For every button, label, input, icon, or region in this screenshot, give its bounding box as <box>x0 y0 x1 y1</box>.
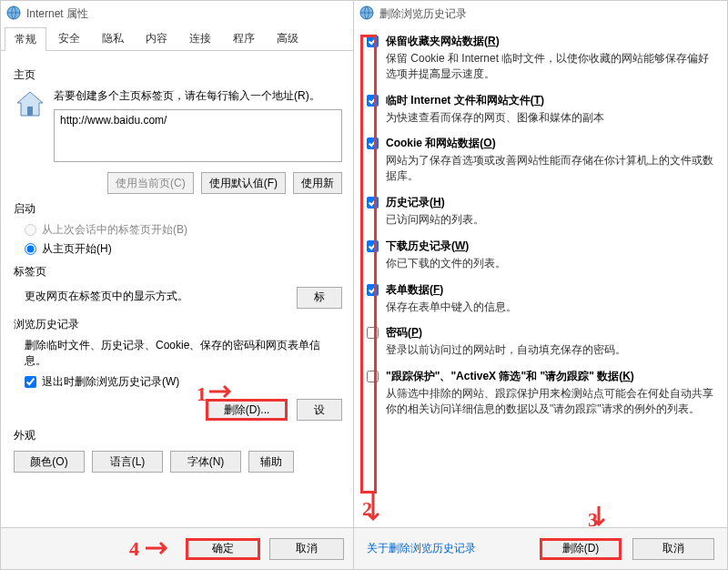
delete-option-7: "跟踪保护"、"ActiveX 筛选"和 "请勿跟踪" 数据(K)从筛选中排除的… <box>367 369 714 417</box>
delete-option-desc: 网站为了保存首选项或改善网站性能而存储在你计算机上的文件或数据库。 <box>386 153 714 184</box>
history-settings-button[interactable]: 设 <box>297 399 342 421</box>
delete-option-checkbox[interactable] <box>367 240 379 252</box>
font-button[interactable]: 字体(N) <box>170 451 241 473</box>
history-desc: 删除临时文件、历史记录、Cookie、保存的密码和网页表单信息。 <box>25 338 342 369</box>
tab-1[interactable]: 安全 <box>48 26 90 50</box>
accessibility-button[interactable]: 辅助 <box>248 451 294 473</box>
window-title: 删除浏览历史记录 <box>379 6 467 22</box>
delete-option-desc: 保留 Cookie 和 Internet 临时文件，以使你收藏的网站能够保存偏好… <box>386 51 714 82</box>
delete-option-checkbox[interactable] <box>367 284 379 296</box>
delete-option-title: 下载历史记录(W) <box>386 239 714 254</box>
cancel-button[interactable]: 取消 <box>632 538 714 560</box>
delete-option-3: 历史记录(H)已访问网站的列表。 <box>367 195 714 228</box>
tab-0[interactable]: 常规 <box>5 27 46 51</box>
homepage-label: 主页 <box>14 67 342 83</box>
internet-properties-window: Internet 属性 常规安全隐私内容连接程序高级 主页 若要创建多个主页标签… <box>0 0 355 570</box>
use-new-button[interactable]: 使用新 <box>293 172 342 194</box>
delete-option-checkbox[interactable] <box>367 137 379 149</box>
tabs-label: 标签页 <box>14 264 342 280</box>
ok-button[interactable]: 确定 <box>186 538 260 560</box>
history-label: 浏览历史记录 <box>14 317 342 332</box>
dialog-footer: 关于删除浏览历史记录 删除(D) 取消 <box>354 527 727 569</box>
delete-option-desc: 已访问网站的列表。 <box>386 212 714 228</box>
language-button[interactable]: 语言(L) <box>92 451 163 473</box>
dialog-footer: 确定 取消 <box>1 527 355 569</box>
titlebar: 删除浏览历史记录 <box>354 1 727 26</box>
delete-option-checkbox[interactable] <box>367 371 379 382</box>
startup-label: 启动 <box>14 201 342 217</box>
tab-3[interactable]: 内容 <box>136 26 177 50</box>
delete-option-title: 历史记录(H) <box>386 195 714 210</box>
homepage-hint: 若要创建多个主页标签页，请在每行输入一个地址(R)。 <box>54 88 342 104</box>
delete-option-desc: 你已下载的文件的列表。 <box>386 256 714 271</box>
homepage-url-input[interactable] <box>54 109 342 162</box>
delete-option-title: 密码(P) <box>386 325 714 341</box>
delete-option-checkbox[interactable] <box>367 36 379 47</box>
globe-icon <box>359 5 374 23</box>
svg-rect-2 <box>27 107 33 116</box>
delete-option-checkbox[interactable] <box>367 197 379 209</box>
delete-option-checkbox[interactable] <box>367 95 379 107</box>
appearance-label: 外观 <box>14 428 342 443</box>
delete-option-6: 密码(P)登录以前访问过的网站时，自动填充保存的密码。 <box>367 325 714 358</box>
use-default-button[interactable]: 使用默认值(F) <box>201 172 286 194</box>
delete-option-title: 临时 Internet 文件和网站文件(T) <box>386 93 714 108</box>
delete-option-checkbox[interactable] <box>367 327 379 339</box>
tabs-desc: 更改网页在标签页中的显示方式。 <box>25 289 289 304</box>
tab-strip: 常规安全隐私内容连接程序高级 <box>1 26 355 51</box>
titlebar: Internet 属性 <box>1 1 355 26</box>
color-button[interactable]: 颜色(O) <box>14 451 85 473</box>
delete-option-title: "跟踪保护"、"ActiveX 筛选"和 "请勿跟踪" 数据(K) <box>386 369 714 384</box>
about-delete-link[interactable]: 关于删除浏览历史记录 <box>367 541 476 556</box>
delete-option-desc: 为快速查看而保存的网页、图像和媒体的副本 <box>386 110 714 126</box>
delete-option-2: Cookie 和网站数据(O)网站为了保存首选项或改善网站性能而存储在你计算机上… <box>367 136 714 184</box>
cancel-button[interactable]: 取消 <box>269 538 344 560</box>
delete-option-title: 保留收藏夹网站数据(R) <box>386 34 714 49</box>
tab-4[interactable]: 连接 <box>179 26 221 50</box>
tabs-button[interactable]: 标 <box>297 287 342 309</box>
delete-option-title: Cookie 和网站数据(O) <box>386 136 714 151</box>
delete-on-exit-checkbox[interactable]: 退出时删除浏览历史记录(W) <box>25 374 342 390</box>
delete-options-list: 保留收藏夹网站数据(R)保留 Cookie 和 Internet 临时文件，以使… <box>354 26 727 417</box>
window-title: Internet 属性 <box>26 6 88 22</box>
delete-button[interactable]: 删除(D) <box>540 538 622 560</box>
use-current-button[interactable]: 使用当前页(C) <box>107 172 194 194</box>
delete-option-5: 表单数据(F)保存在表单中键入的信息。 <box>367 282 714 315</box>
delete-option-4: 下载历史记录(W)你已下载的文件的列表。 <box>367 239 714 271</box>
delete-option-title: 表单数据(F) <box>386 282 714 298</box>
startup-homepage-radio[interactable]: 从主页开始(H) <box>25 241 342 257</box>
delete-option-1: 临时 Internet 文件和网站文件(T)为快速查看而保存的网页、图像和媒体的… <box>367 93 714 126</box>
startup-last-session-radio[interactable]: 从上次会话中的标签页开始(B) <box>25 222 342 238</box>
delete-history-button[interactable]: 删除(D)... <box>206 399 288 421</box>
tab-content: 主页 若要创建多个主页标签页，请在每行输入一个地址(R)。 使用当前页(C) 使… <box>1 51 355 473</box>
delete-option-0: 保留收藏夹网站数据(R)保留 Cookie 和 Internet 临时文件，以使… <box>367 34 714 82</box>
tab-5[interactable]: 程序 <box>223 26 265 50</box>
delete-option-desc: 保存在表单中键入的信息。 <box>386 300 714 315</box>
delete-option-desc: 从筛选中排除的网站、跟踪保护用来检测站点可能会在何处自动共享你的相关访问详细信息… <box>386 386 714 417</box>
tab-6[interactable]: 高级 <box>267 26 308 50</box>
globe-icon <box>6 5 21 23</box>
tab-2[interactable]: 隐私 <box>92 26 134 50</box>
home-icon <box>14 88 46 121</box>
delete-option-desc: 登录以前访问过的网站时，自动填充保存的密码。 <box>386 342 714 358</box>
delete-history-window: 删除浏览历史记录 保留收藏夹网站数据(R)保留 Cookie 和 Interne… <box>353 0 728 570</box>
